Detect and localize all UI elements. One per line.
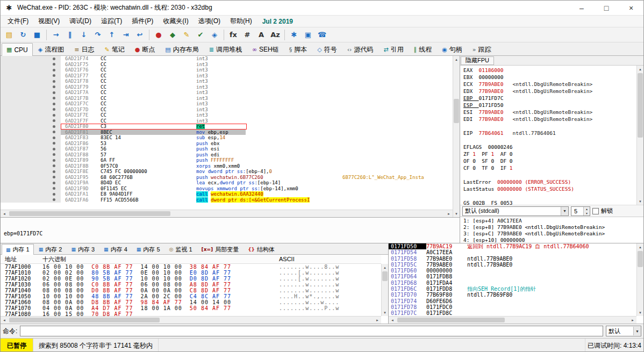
dump-row[interactable]: 77AF104008 00 08 00 D0 8B AF 77 0A 00 0A…	[1, 288, 381, 293]
disasm-row[interactable]: 6AD21FA1E8 9A04D1FFcall wechatwin.6AA324…	[1, 191, 453, 197]
disasm-row[interactable]: 6AD21F77CCint3	[1, 73, 453, 79]
maximize-button[interactable]: □	[594, 1, 619, 15]
tab-symbols[interactable]: ◇符号	[312, 43, 341, 55]
stack-row[interactable]: 0171FD780171FDC0	[389, 304, 636, 310]
scroll-down-arrow-icon[interactable]: ▼	[382, 309, 388, 316]
calling-convention-select[interactable]: 默认 (stdcall) ▼	[462, 206, 569, 216]
menu-item-2[interactable]: 视图(V)	[33, 17, 65, 26]
scroll-right-arrow-icon[interactable]: ►	[374, 317, 381, 324]
pause-icon[interactable]: ‖	[63, 28, 76, 41]
stack-hscrollbar[interactable]: ◄ ►	[389, 316, 636, 324]
registers-vscrollbar[interactable]: ▲ ▼	[636, 66, 643, 205]
stepper-up-icon[interactable]: ▲	[584, 207, 590, 211]
stack-row[interactable]: 0171FD6C0171FDD8指向SEH_Record[1]的指针	[389, 286, 636, 292]
arg-count-stepper[interactable]: 5 ▲▼	[571, 206, 590, 216]
windows-icon[interactable]: ▣	[302, 28, 314, 41]
trace-icon[interactable]: ◆	[166, 28, 179, 41]
stack-row[interactable]: 0171FD640171FDB8	[389, 274, 636, 279]
scrollbar-thumb[interactable]	[9, 211, 170, 216]
scroll-left-arrow-icon[interactable]: ◄	[1, 210, 8, 217]
dump-row[interactable]: 77AF108016 00 15 00 70 D8 AF 77	[1, 311, 381, 316]
disassembly-vscrollbar[interactable]: ▲ ▼	[453, 56, 460, 217]
tab-breakpoints[interactable]: ●断点	[130, 43, 160, 55]
tab-notes[interactable]: ✎笔记	[99, 43, 129, 55]
check-icon[interactable]: ✔	[194, 28, 207, 41]
scrollbar-thumb[interactable]	[638, 251, 643, 267]
notes-icon[interactable]: ✎	[180, 28, 193, 41]
command-input[interactable]	[20, 326, 603, 336]
menu-item-3[interactable]: 调试(D)	[65, 17, 96, 26]
settings-icon[interactable]: ✱	[288, 28, 300, 41]
stack-row[interactable]: 0171FD6000000000	[389, 268, 636, 274]
stack-row[interactable]: 0171FD7C0171FD8C	[389, 310, 636, 316]
scroll-down-arrow-icon[interactable]: ▼	[453, 210, 460, 217]
chevron-down-icon[interactable]: ▼	[633, 327, 641, 335]
tab-seh[interactable]: ∞SEH链	[247, 43, 284, 55]
restart-icon[interactable]: ↻	[17, 28, 30, 41]
disasm-row[interactable]: 6AD21F7CCCint3	[1, 101, 453, 107]
step-out-icon[interactable]: ↑	[105, 28, 118, 41]
scroll-left-arrow-icon[interactable]: ◄	[389, 317, 396, 324]
tab-log[interactable]: ≡日志	[69, 43, 99, 55]
scroll-down-arrow-icon[interactable]: ▼	[637, 309, 643, 316]
dump-hscrollbar[interactable]: ◄ ►	[1, 316, 381, 324]
breakpoint-icon[interactable]: ●	[152, 28, 165, 41]
disasm-row[interactable]: 6AD21F7ACCint3	[1, 90, 453, 96]
stepper-down-icon[interactable]: ▼	[584, 211, 590, 215]
scroll-up-arrow-icon[interactable]: ▲	[382, 264, 388, 271]
tab-graph[interactable]: ◈流程图	[33, 43, 69, 55]
font-icon[interactable]: Az	[269, 28, 282, 41]
stack-row[interactable]: 0171FD680171FDA4	[389, 280, 636, 286]
tab-dump-3[interactable]: ▦内存 3	[67, 244, 99, 254]
stack-row[interactable]: 0171FD5877B9ABE0ntdll.77B9ABE0	[389, 256, 636, 262]
chevron-down-icon[interactable]: ▼	[561, 207, 568, 215]
disasm-row[interactable]: 6AD21F7ECCint3	[1, 112, 453, 118]
dump-row[interactable]: 77AF100016 00 10 00 C0 8B AF 77 14 00 10…	[1, 264, 381, 270]
step-into-icon[interactable]: ↓	[77, 28, 90, 41]
disasm-row[interactable]: 6AD21F8B0F57C0xorps xmm0,xmm0	[1, 163, 453, 169]
dump-row[interactable]: 77AF107004 00 0A 00 A4 D7 AF 77 18 00 1A…	[1, 305, 381, 311]
disasm-row[interactable]: 6AD21F78CCint3	[1, 78, 453, 84]
disassembly-hscrollbar[interactable]: ◄ ►	[1, 210, 453, 217]
command-mode-select[interactable]: 默认 ▼	[606, 326, 641, 336]
dump-row[interactable]: 77AF102002 00 0E 00 90 5B AF 77 10 00 10…	[1, 276, 381, 282]
scroll-down-arrow-icon[interactable]: ▼	[637, 198, 643, 205]
stack-vscrollbar[interactable]: ▲ ▼	[636, 243, 643, 316]
tab-script[interactable]: §脚本	[284, 43, 312, 55]
disasm-row[interactable]: 6AD21FA6FF15 ACD5566Bcall dword ptr ds:[…	[1, 197, 453, 203]
dump-row[interactable]: 77AF106008 00 0A 00 D8 8B AF 77 98 84 AF…	[1, 299, 381, 305]
run-icon[interactable]: →	[49, 28, 62, 41]
scroll-up-arrow-icon[interactable]: ▲	[637, 66, 643, 73]
stack-row[interactable]: 0171FD54A0C17EEA	[389, 249, 636, 255]
disasm-row[interactable]: 6AD21F7DCCint3	[1, 107, 453, 113]
disasm-row[interactable]: 6AD21F7BCCint3	[1, 96, 453, 102]
execute-till-return-icon[interactable]: ↩	[133, 28, 146, 41]
scrollbar-thumb[interactable]	[382, 271, 388, 281]
minimize-button[interactable]: –	[569, 1, 594, 15]
disasm-row[interactable]: 6AD21F80C3ret	[1, 124, 453, 130]
disasm-row[interactable]: 6AD21F818BECmov ebp,esp	[1, 130, 453, 135]
hash-icon[interactable]: #	[241, 28, 254, 41]
disasm-row[interactable]: 6AD21F9568 60C2776Bpush wechatwin.6B77C2…	[1, 175, 453, 181]
scroll-right-arrow-icon[interactable]: ►	[629, 317, 636, 324]
dump-vscrollbar[interactable]: ▲ ▼	[381, 264, 388, 316]
stack-row[interactable]: 0171FD5077B9AC19返回到 ntdll.77B9AC19 自 ntd…	[389, 243, 636, 249]
tab-threads[interactable]: ∥线程	[409, 43, 437, 55]
scroll-left-arrow-icon[interactable]: ◄	[1, 317, 8, 324]
tab-dump-4[interactable]: ▦内存 4	[99, 244, 132, 254]
checkbox-box[interactable]	[592, 208, 599, 214]
tab-locals[interactable]: [x=]局部变量	[197, 244, 244, 254]
tab-struct[interactable]: {}结构体	[244, 244, 279, 254]
disasm-row[interactable]: 6AD21F896A FFpush FFFFFFFF	[1, 157, 453, 163]
scrollbar-thumb[interactable]	[397, 318, 505, 322]
disasm-row[interactable]: 6AD21F74CCint3	[1, 56, 453, 62]
stack-row[interactable]: 0171FD7077B69F80ntdll.77B69F80	[389, 292, 636, 298]
disasm-row[interactable]: 6AD21F7FCCint3	[1, 118, 453, 124]
disasm-row[interactable]: 6AD21F8653push ebx	[1, 141, 453, 147]
fx-icon[interactable]: fx	[227, 28, 240, 41]
run-to-cursor-icon[interactable]: ⇥	[119, 28, 132, 41]
tab-handles[interactable]: ◉句柄	[437, 43, 467, 55]
disasm-row[interactable]: 6AD21F8857push edi	[1, 152, 453, 158]
tab-cpu[interactable]: ▦CPU	[2, 43, 33, 56]
menu-item-5[interactable]: 插件(P)	[127, 17, 158, 26]
